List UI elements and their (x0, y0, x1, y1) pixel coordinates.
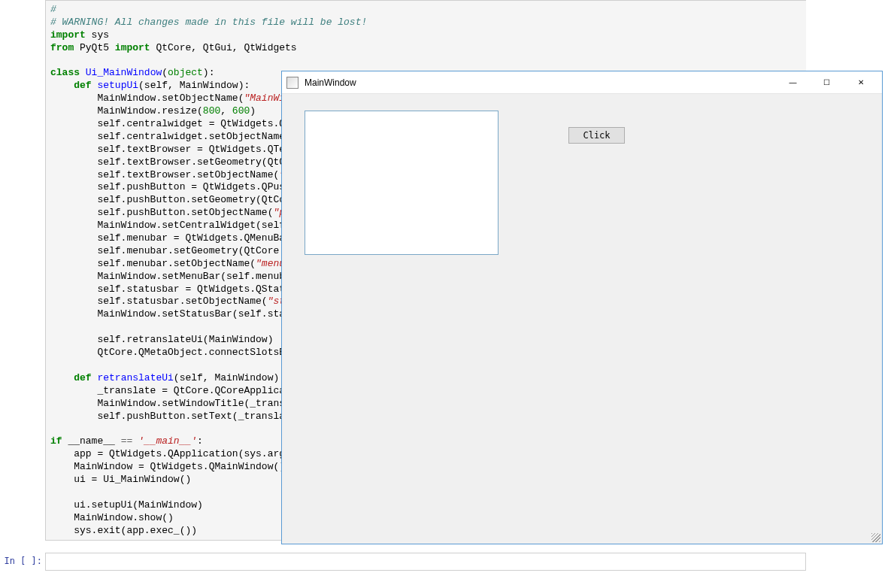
code-text: MainWindow.resize( (50, 105, 203, 117)
minimize-icon: — (789, 78, 797, 86)
close-button[interactable]: ✕ (844, 72, 877, 93)
code-text: QtCore.QMetaObject.connectSlotsByNam (50, 347, 308, 358)
code-number: 600 (232, 105, 250, 117)
code-text: self.textBrowser.setGeometry(QtCore. (50, 156, 308, 168)
window-title: MainWindow (305, 77, 776, 88)
code-op: == (121, 435, 133, 447)
code-text: self.pushButton.setObjectName( (50, 207, 273, 218)
code-text: self.centralwidget.setObjectName( (50, 131, 291, 142)
code-text: MainWindow.setWindowTitle(_translate (50, 398, 308, 409)
titlebar[interactable]: MainWindow — ☐ ✕ (282, 71, 882, 94)
code-text: MainWindow.setObjectName( (50, 92, 244, 104)
code-keyword: if (50, 435, 62, 447)
code-keyword: import (115, 42, 150, 53)
code-keyword: def (50, 80, 97, 91)
click-button[interactable]: Click (568, 127, 625, 144)
code-text: app = QtWidgets.QApplication(sys.argv) (50, 448, 297, 459)
code-text: MainWindow.setCentralWidget(self.cen (50, 220, 308, 231)
code-text: self.pushButton.setText(_translate( (50, 411, 302, 422)
code-text: (self, MainWindow): (174, 372, 285, 383)
code-text: MainWindow = QtWidgets.QMainWindow() (50, 461, 285, 472)
code-text: self.statusbar = QtWidgets.QStatusBa (50, 283, 308, 295)
code-text: self.textBrowser.setObjectName( (50, 169, 279, 180)
code-text: (self, MainWindow): (138, 80, 250, 91)
maximize-icon: ☐ (823, 78, 830, 86)
code-text: QtCore, QtGui, QtWidgets (150, 42, 297, 53)
code-keyword: def (50, 372, 97, 383)
code-string: '__main__' (138, 435, 197, 447)
code-text: self.pushButton = QtWidgets.QPushBut (50, 181, 308, 192)
code-text: self.centralwidget = QtWidgets.QWidg (50, 118, 308, 129)
code-builtin: object (168, 67, 203, 78)
code-text: : (197, 435, 203, 447)
code-text: self.menubar.setObjectName( (50, 258, 256, 269)
central-widget: Click (282, 94, 882, 544)
code-text: self.retranslateUi(MainWindow) (50, 334, 273, 345)
close-icon: ✕ (858, 78, 864, 86)
code-text: sys (86, 29, 109, 41)
code-text: MainWindow.show() (50, 512, 174, 523)
code-text: ui = Ui_MainWindow() (50, 474, 191, 485)
code-keyword: from (50, 42, 74, 53)
code-text: ui.setupUi(MainWindow) (50, 499, 203, 511)
code-classname: Ui_MainWindow (86, 67, 162, 78)
window-icon (286, 77, 299, 89)
code-text (132, 435, 138, 447)
input-cell[interactable] (45, 553, 806, 571)
code-text: sys.exit(app.exec_()) (50, 525, 197, 536)
code-comment: # (50, 4, 56, 15)
code-funcname: setupUi (97, 80, 138, 91)
code-text: ) (250, 105, 256, 117)
code-funcname: retranslateUi (97, 372, 173, 383)
input-cell-row: In [ ]: (0, 553, 806, 571)
code-text: MainWindow.setMenuBar(self.menubar) (50, 271, 302, 282)
resize-grip-icon[interactable] (871, 533, 880, 542)
code-number: 800 (203, 105, 220, 117)
code-text: self.statusbar.setObjectName( (50, 296, 268, 307)
code-text: ( (162, 67, 168, 78)
code-text: PyQt5 (74, 42, 115, 53)
minimize-button[interactable]: — (776, 72, 810, 93)
code-text: self.menubar.setGeometry(QtCore.QRec (50, 245, 308, 256)
code-comment: # WARNING! All changes made in this file… (50, 17, 367, 28)
code-text: MainWindow.setStatusBar(self.statusb (50, 308, 308, 320)
prompt-column (0, 0, 45, 541)
code-text: self.textBrowser = QtWidgets.QTextBr (50, 144, 308, 155)
code-text: _translate = QtCore.QCoreApplication (50, 385, 308, 396)
text-browser[interactable] (305, 111, 499, 255)
code-keyword: import (50, 29, 86, 41)
input-prompt: In [ ]: (0, 553, 45, 571)
code-keyword: class (50, 67, 86, 78)
code-text: self.menubar = QtWidgets.QMenuBar(Ma (50, 232, 308, 244)
code-text: self.pushButton.setGeometry(QtCore.Q (50, 194, 308, 205)
code-text: , (220, 105, 232, 117)
main-window: MainWindow — ☐ ✕ Click (281, 71, 883, 544)
code-text: __name__ (62, 435, 121, 447)
code-text: ): (203, 67, 215, 78)
maximize-button[interactable]: ☐ (810, 72, 844, 93)
